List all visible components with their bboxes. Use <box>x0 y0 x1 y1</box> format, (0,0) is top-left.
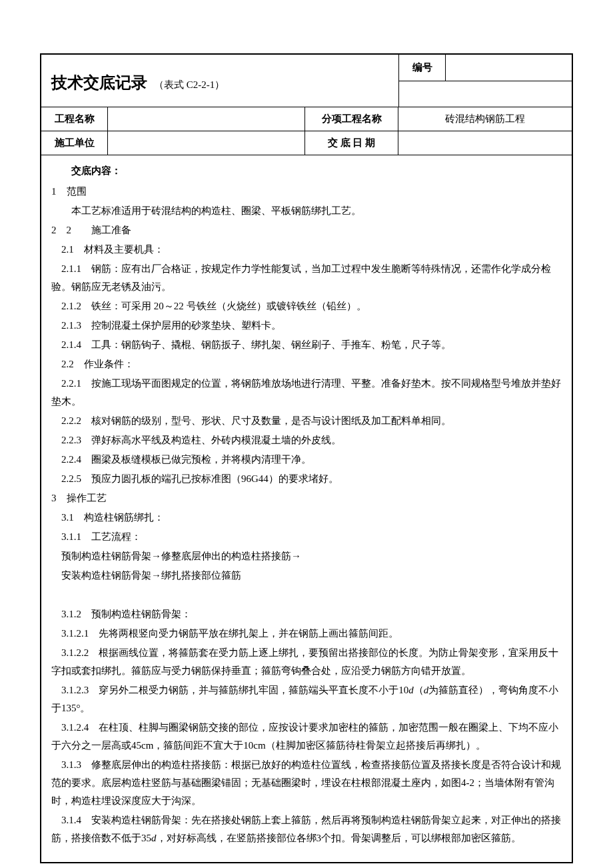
number-value-bottom <box>399 81 572 107</box>
content-area: 交底内容： 1 范围 本工艺标准适用于砖混结构的构造柱、圈梁、平板钢筋绑扎工艺。… <box>41 155 572 862</box>
content-line: 2.1.1 钢筋：应有出厂合格证，按规定作力学性能复试，当加工过程中发生脆断等特… <box>51 260 562 296</box>
content-line: 3.1.4 安装构造柱钢筋骨架：先在搭接处钢筋上套上箍筋，然后再将预制构造柱钢筋… <box>51 811 562 847</box>
content-line: 3.1 构造柱钢筋绑扎： <box>51 509 562 527</box>
date-value <box>398 131 572 155</box>
content-line: 3.1.3 修整底层伸出的构造柱搭接筋：根据已放好的构造柱位置线，检查搭接筋位置… <box>51 756 562 810</box>
content-line: 2.1.4 工具：钢筋钩子、撬棍、钢筋扳子、绑扎架、钢丝刷子、手推车、粉笔，尺子… <box>51 336 562 354</box>
content-line: 2.2.1 按施工现场平面图规定的位置，将钢筋堆放场地进行清理、平整。准备好垫木… <box>51 375 562 411</box>
page-footer: 共 3 页 第 1 页 <box>40 863 573 868</box>
content-line: 2.1.2 铁丝：可采用 20～22 号铁丝（火烧丝）或镀锌铁丝（铅丝）。 <box>51 297 562 315</box>
info-row-2: 施工单位 交 底 日 期 <box>41 131 572 155</box>
info-row-1: 工程名称 分项工程名称 砖混结构钢筋工程 <box>41 107 572 131</box>
constructor-label: 施工单位 <box>41 131 108 155</box>
content-line: 3.1.2.4 在柱顶、柱脚与圈梁钢筋交接的部位，应按设计要求加密柱的箍筋，加密… <box>51 719 562 755</box>
number-column: 编号 <box>398 55 572 107</box>
number-bottom <box>399 81 572 107</box>
content-line: 本工艺标准适用于砖混结构的构造柱、圈梁、平板钢筋绑扎工艺。 <box>51 202 562 220</box>
project-name-value <box>108 107 305 131</box>
content-line: 3.1.2 预制构造柱钢筋骨架： <box>51 605 562 623</box>
subproject-value: 砖混结构钢筋工程 <box>398 107 572 131</box>
number-top: 编号 <box>399 55 572 81</box>
content-line: 2.2.4 圈梁及板缝模板已做完预检，并将模内清理干净。 <box>51 451 562 469</box>
content-line: 2.2.3 弹好标高水平线及构造柱、外砖内模混凝土墙的外皮线。 <box>51 431 562 449</box>
content-line: 3 操作工艺 <box>51 489 562 507</box>
document-frame: 技术交底记录 （表式 C2-2-1） 编号 工程名称 分项工程名称 砖混结构钢筋… <box>40 53 573 863</box>
number-value-top <box>446 55 572 81</box>
content-line: 2.1 材料及主要机具： <box>51 241 562 259</box>
content-line: 3.1.2.1 先将两根竖向受力钢筋平放在绑扎架上，并在钢筋上画出箍筋间距。 <box>51 625 562 643</box>
constructor-value <box>108 131 305 155</box>
header-row: 技术交底记录 （表式 C2-2-1） 编号 <box>41 55 572 107</box>
content-line: 预制构造柱钢筋骨架→修整底层伸出的构造柱搭接筋→ <box>51 547 562 565</box>
form-code: （表式 C2-2-1） <box>154 76 225 94</box>
subproject-label: 分项工程名称 <box>305 107 398 131</box>
content-line: 安装构造柱钢筋骨架→绑扎搭接部位箍筋 <box>51 567 562 585</box>
date-label: 交 底 日 期 <box>305 131 398 155</box>
content-line: 3.1.2.3 穿另外二根受力钢筋，并与箍筋绑扎牢固，箍筋端头平直长度不小于10… <box>51 681 562 717</box>
content-line: 2.2.2 核对钢筋的级别，型号、形状、尺寸及数量，是否与设计图纸及加工配料单相… <box>51 412 562 430</box>
content-line: 2.1.3 控制混凝土保护层用的砂浆垫块、塑料卡。 <box>51 317 562 335</box>
main-title: 技术交底记录 <box>51 68 147 97</box>
content-heading: 交底内容： <box>51 162 562 180</box>
content-line: 2 2 施工准备 <box>51 221 562 239</box>
content-line: 2.2.5 预应力圆孔板的端孔已按标准图（96G44）的要求堵好。 <box>51 470 562 488</box>
content-line <box>51 586 562 604</box>
project-name-label: 工程名称 <box>41 107 108 131</box>
content-line: 3.1.2.2 根据画线位置，将箍筋套在受力筋上逐上绑扎，要预留出搭接部位的长度… <box>51 644 562 680</box>
title-cell: 技术交底记录 （表式 C2-2-1） <box>41 55 398 107</box>
number-label: 编号 <box>399 55 446 81</box>
content-line: 2.2 作业条件： <box>51 355 562 373</box>
content-line: 3.1.1 工艺流程： <box>51 528 562 546</box>
content-line: 1 范围 <box>51 183 562 201</box>
content-body: 1 范围 本工艺标准适用于砖混结构的构造柱、圈梁、平板钢筋绑扎工艺。2 2 施工… <box>51 183 562 847</box>
